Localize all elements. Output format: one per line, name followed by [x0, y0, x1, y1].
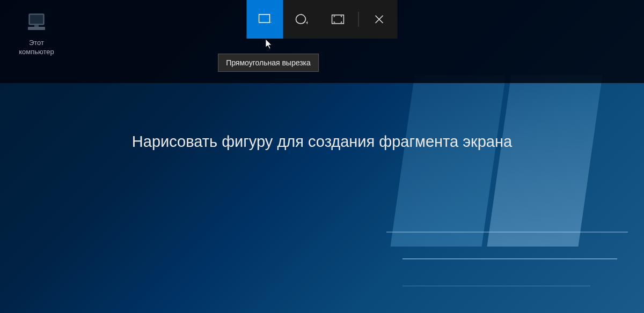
- freeform-icon: +: [295, 13, 308, 25]
- svg-text:+: +: [306, 20, 308, 25]
- rectangle-icon: +: [259, 14, 272, 25]
- snip-mode-tooltip: Прямоугольная вырезка: [218, 54, 319, 72]
- svg-rect-1: [30, 15, 43, 24]
- svg-rect-3: [34, 25, 39, 27]
- close-snip-button[interactable]: [361, 0, 398, 39]
- rectangular-snip-button[interactable]: +: [247, 0, 283, 39]
- toolbar-separator: [358, 12, 359, 27]
- computer-icon: [15, 11, 58, 34]
- desktop-icon-label: Этоткомпьютер: [15, 39, 58, 57]
- freeform-snip-button[interactable]: +: [283, 0, 320, 39]
- desktop-icon-this-pc[interactable]: Этоткомпьютер: [15, 11, 58, 57]
- svg-rect-7: [332, 15, 344, 24]
- snip-instruction-text: Нарисовать фигуру для создания фрагмента…: [0, 133, 644, 151]
- svg-text:+: +: [270, 19, 272, 25]
- snip-toolbar: + +: [247, 0, 398, 39]
- close-icon: [375, 14, 384, 24]
- tooltip-text: Прямоугольная вырезка: [226, 58, 311, 67]
- fullscreen-icon: [332, 14, 345, 24]
- fullscreen-snip-button[interactable]: [320, 0, 356, 39]
- svg-rect-2: [28, 27, 45, 30]
- svg-rect-4: [259, 14, 270, 23]
